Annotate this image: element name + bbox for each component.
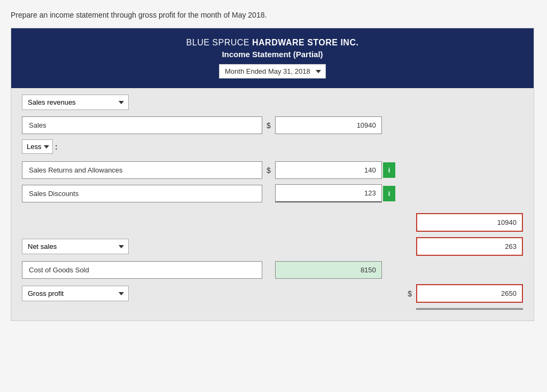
less-row: Less :	[22, 139, 523, 154]
cogs-value[interactable]: 8150	[275, 261, 382, 279]
sales-discounts-value[interactable]: 123	[275, 184, 382, 202]
sales-returns-info-button[interactable]: i	[383, 162, 396, 178]
period-selector[interactable]: Month Ended May 31, 2018	[219, 64, 326, 79]
sales-value[interactable]: 10940	[275, 116, 382, 134]
company-name-normal: BLUE SPRUCE	[186, 38, 252, 47]
intro-text: Prepare an income statement through gros…	[11, 11, 536, 19]
period-selector-wrapper: Month Ended May 31, 2018	[22, 64, 523, 79]
statement-container: BLUE SPRUCE HARDWARE STORE INC. Income S…	[11, 28, 534, 321]
statement-body: Sales revenues Sales $ 10940 Less : Sale…	[11, 88, 534, 320]
category-row: Sales revenues	[22, 95, 523, 110]
gross-profit-dollar: $	[408, 289, 412, 298]
sales-discounts-label: Sales Discounts	[22, 185, 262, 202]
gross-profit-row: Gross profit $ 2650	[22, 284, 523, 303]
category-select[interactable]: Sales revenues	[22, 95, 129, 110]
total-deductions-value[interactable]: 10940	[416, 213, 523, 232]
gross-profit-select[interactable]: Gross profit	[22, 286, 129, 301]
sales-discounts-row: Sales Discounts $ 123 i	[22, 184, 523, 202]
cogs-row: Cost of Goods Sold $ 8150	[22, 261, 523, 279]
net-sales-value[interactable]: 263	[416, 237, 523, 256]
gross-profit-underline	[416, 308, 523, 310]
total-deductions-row: 10940	[22, 213, 523, 232]
sales-returns-value[interactable]: 140	[275, 161, 382, 179]
less-select[interactable]: Less	[22, 139, 53, 154]
statement-header: BLUE SPRUCE HARDWARE STORE INC. Income S…	[11, 28, 534, 88]
sales-returns-row: Sales Returns and Allowances $ 140 i	[22, 161, 523, 179]
cogs-label: Cost of Goods Sold	[22, 261, 262, 279]
sales-dollar-sign: $	[267, 121, 271, 130]
sales-returns-dollar: $	[267, 166, 271, 175]
net-sales-row: Net sales 263	[22, 237, 523, 256]
sales-discounts-info-button[interactable]: i	[383, 186, 396, 201]
gross-profit-value[interactable]: 2650	[416, 284, 523, 303]
company-name-bold: HARDWARE STORE INC.	[252, 38, 358, 47]
company-name: BLUE SPRUCE HARDWARE STORE INC.	[22, 38, 523, 48]
colon: :	[55, 143, 58, 151]
sales-row: Sales $ 10940	[22, 116, 523, 134]
sales-returns-label: Sales Returns and Allowances	[22, 161, 262, 179]
sales-label: Sales	[22, 116, 262, 134]
statement-type: Income Statement (Partial)	[22, 50, 523, 59]
net-sales-select[interactable]: Net sales	[22, 239, 129, 254]
